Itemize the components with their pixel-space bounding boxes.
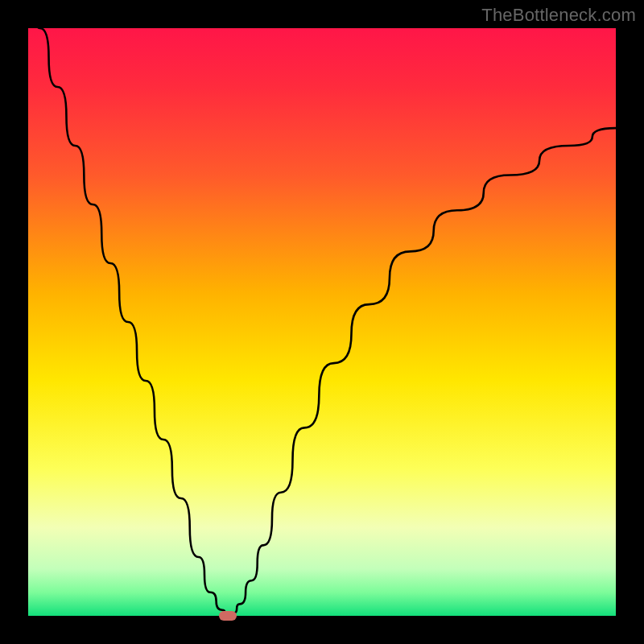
optimum-marker	[219, 611, 237, 621]
curve-layer	[28, 28, 616, 616]
watermark-text: TheBottleneck.com	[481, 5, 636, 26]
chart-frame: TheBottleneck.com	[0, 0, 644, 644]
bottleneck-curve	[28, 28, 616, 616]
plot-area	[28, 28, 616, 616]
